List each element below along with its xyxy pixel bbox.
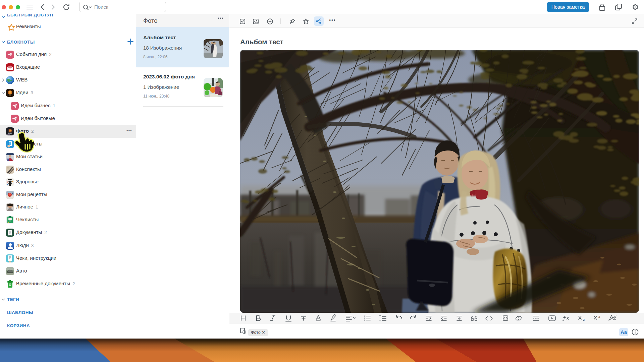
svg-text:2: 2 [583, 318, 585, 321]
svg-text:2: 2 [598, 315, 600, 318]
